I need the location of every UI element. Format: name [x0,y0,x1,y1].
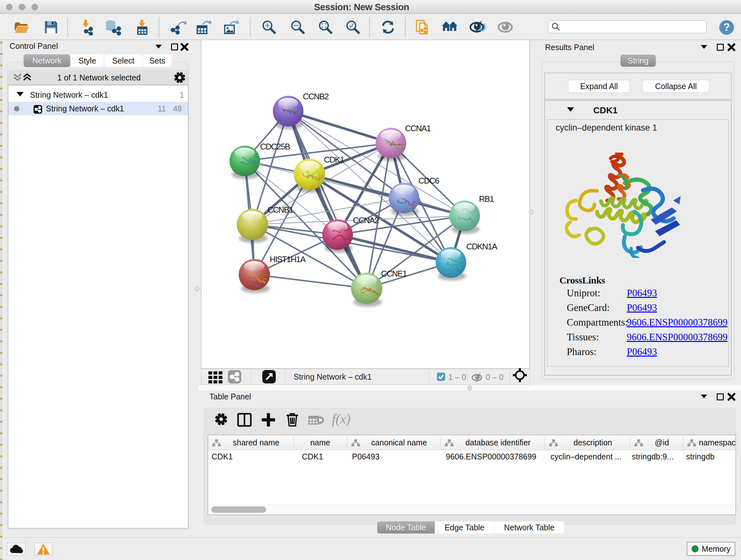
svg-text:CDKN1A: CDKN1A [466,242,497,251]
svg-text:?: ? [724,21,730,33]
svg-text:CCNA1: CCNA1 [405,124,431,133]
svg-text:CCNB2: CCNB2 [303,91,329,101]
svg-text:RB1: RB1 [479,194,494,204]
svg-text:CCNA2: CCNA2 [353,215,379,225]
svg-text:HIST1H1A: HIST1H1A [270,254,306,264]
svg-text:CDC6: CDC6 [418,176,440,186]
svg-text:CDK1: CDK1 [324,155,344,165]
svg-text:CCNE1: CCNE1 [381,269,407,278]
svg-text:CCNB1: CCNB1 [267,205,293,214]
svg-text:CDC25B: CDC25B [260,142,290,151]
